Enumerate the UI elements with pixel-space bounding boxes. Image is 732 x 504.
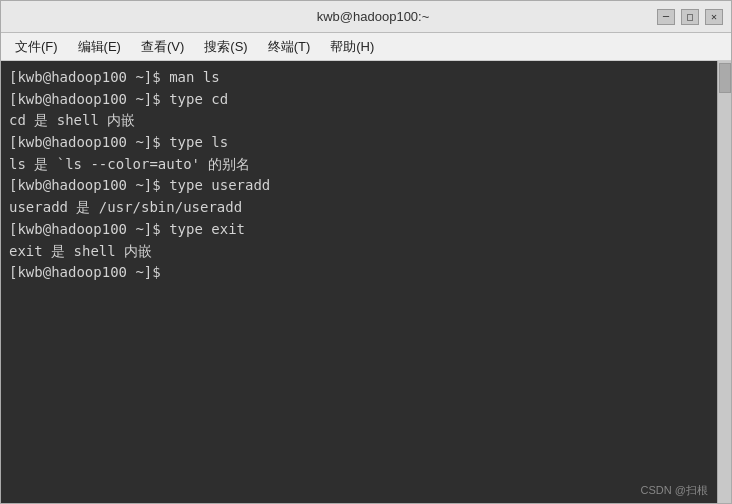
maximize-button[interactable]: □ xyxy=(681,9,699,25)
menu-help[interactable]: 帮助(H) xyxy=(320,35,384,59)
window-controls: ─ □ ✕ xyxy=(657,9,723,25)
close-button[interactable]: ✕ xyxy=(705,9,723,25)
scrollbar-thumb[interactable] xyxy=(719,63,731,93)
watermark: CSDN @扫根 xyxy=(641,483,708,498)
minimize-button[interactable]: ─ xyxy=(657,9,675,25)
scrollbar[interactable] xyxy=(717,61,731,503)
menu-terminal[interactable]: 终端(T) xyxy=(258,35,321,59)
terminal[interactable]: [kwb@hadoop100 ~]$ man ls [kwb@hadoop100… xyxy=(1,61,717,503)
main-window: kwb@hadoop100:~ ─ □ ✕ 文件(F) 编辑(E) 查看(V) … xyxy=(0,0,732,504)
titlebar: kwb@hadoop100:~ ─ □ ✕ xyxy=(1,1,731,33)
menu-edit[interactable]: 编辑(E) xyxy=(68,35,131,59)
menu-view[interactable]: 查看(V) xyxy=(131,35,194,59)
menu-search[interactable]: 搜索(S) xyxy=(194,35,257,59)
terminal-area: [kwb@hadoop100 ~]$ man ls [kwb@hadoop100… xyxy=(1,61,731,503)
menubar: 文件(F) 编辑(E) 查看(V) 搜索(S) 终端(T) 帮助(H) xyxy=(1,33,731,61)
window-title: kwb@hadoop100:~ xyxy=(89,9,657,24)
menu-file[interactable]: 文件(F) xyxy=(5,35,68,59)
